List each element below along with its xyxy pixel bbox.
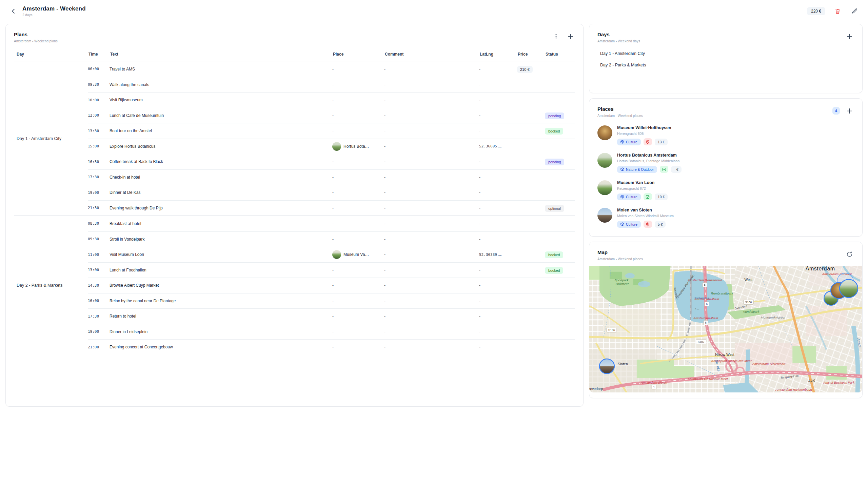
plan-row[interactable]: 19:00 Dinner in Leidseplein - - - [88,324,575,340]
plan-row[interactable]: 09:30 Walk along the canals - - - [88,77,575,93]
plan-cell-time: 17:30 [88,314,110,319]
place-item[interactable]: Molen van Sloten Molen van Sloten Windmi… [597,204,854,231]
day-list-item[interactable]: Day 2 - Parks & Markets [593,59,858,71]
plan-cell-text: Stroll in Vondelpark [110,237,332,242]
days-title: Days [597,32,640,37]
plan-cell-time: 08:30 [88,221,110,226]
plan-cell-text: Coffee break at Back to Black [110,159,332,164]
place-item[interactable]: Museum Van Loon Keizersgracht 672 Cultur… [597,177,854,204]
map-label: 5 m [695,308,699,311]
plan-row[interactable]: 12:00 Lunch at Café de Museumtuin - - - … [88,108,575,123]
plan-cell-comment: - [384,98,479,102]
plan-cell-latlng: - [479,175,517,180]
map-label: Nieuw-West [715,353,734,357]
plan-row[interactable]: 06:00 Travel to AMS - - - 210 € [88,61,575,77]
map-label: Amsterdam-West [693,316,718,320]
plan-cell-time: 11:00 [88,252,110,257]
plan-cell-text: Check-in at hotel [110,175,332,180]
plan-row[interactable]: 15:00 Explore Hortus Botanicus Hortus Bo… [88,139,575,154]
plan-row[interactable]: 21:30 Evening walk through De Pijp - - -… [88,200,575,216]
plan-row[interactable]: 16:30 Coffee break at Back to Black - - … [88,154,575,169]
map-marker-molen[interactable] [599,359,614,374]
plan-row[interactable]: 11:00 Visit Museum Loon Museum Va… - 52.… [88,247,575,262]
plan-cell-comment: - [384,345,479,349]
plans-add-button[interactable] [566,32,575,41]
plans-table-body: Day 1 - Amsterdam City 06:00 Travel to A… [14,61,575,355]
places-add-button[interactable] [845,106,854,116]
plan-cell-status: optional [545,205,575,211]
place-item[interactable]: Museum Willet-Holthuysen Herengracht 605… [597,122,854,149]
place-price-badge: 13 € [655,139,668,145]
days-panel: Days Amsterdam - Weekend days Day 1 - Am… [589,24,863,93]
plan-cell-latlng: - [479,268,517,272]
kebab-menu-icon [553,34,559,39]
plan-cell-text: Explore Hortus Botanicus [110,144,332,149]
plan-cell-time: 14:30 [88,283,110,288]
plan-cell-latlng: - [479,237,517,242]
column-header-price: Price [518,52,546,57]
plan-cell-status: booked [545,128,575,134]
plan-cell-latlng: - [479,314,517,319]
map-refresh-button[interactable] [845,249,854,259]
back-button[interactable] [9,6,18,16]
plan-row[interactable]: 21:00 Evening concert at Concertgebouw -… [88,339,575,355]
plan-row[interactable]: 14:30 Browse Albert Cuyp Market - - - [88,278,575,293]
plan-cell-time: 21:30 [88,206,110,210]
edit-button[interactable] [850,6,859,16]
day-list-item[interactable]: Day 1 - Amsterdam City [593,48,858,59]
place-name: Molen van Sloten [617,208,674,212]
plan-cell-place: - [332,314,384,319]
plans-menu-button[interactable] [551,32,561,41]
svg-text:S106: S106 [608,328,615,332]
place-category-label: Nature & Outdoor [626,167,654,171]
plan-row[interactable]: 13:00 Lunch at Foodhallen - - - booked [88,262,575,278]
place-photo [597,208,612,223]
trash-icon [834,8,841,15]
plan-day-label: Day 1 - Amsterdam City [14,61,88,216]
plan-cell-comment: - [384,329,479,334]
plan-row[interactable]: 16:00 Relax by the canal near De Plantag… [88,293,575,309]
place-address: Hortus Botanicus, Plantage Middenlaan [617,159,682,163]
place-category-badge: Nature & Outdoor [617,166,657,173]
map-label: Amsterdam-West [694,297,719,301]
map-label: Amsterdam-Rivierenbuurt [775,388,812,391]
map-title: Map [597,249,643,255]
map-label: Amsterdam Geuzenveld [687,278,722,282]
plan-cell-place: - [332,221,384,226]
plan-cell-comment: - [384,314,479,319]
map-label: Sportpark [614,278,629,282]
svg-text:S106: S106 [745,301,752,304]
place-item[interactable]: Hortus Botanicus Amsterdam Hortus Botani… [597,149,854,177]
plus-icon [846,33,853,40]
map-panel: Map Amsterdam - Weekend places [589,242,863,398]
plan-cell-comment: - [384,252,479,257]
plan-row[interactable]: 13:30 Boat tour on the Amstel - - - book… [88,123,575,139]
place-marker-badge [644,193,652,200]
plan-cell-text: Lunch at Café de Museumtuin [110,113,332,118]
plan-row[interactable]: 17:30 Return to hotel - - - [88,308,575,324]
map-road-shield: 5 [703,283,707,287]
map-road-shield: 6 [705,302,709,306]
status-badge: optional [545,205,564,212]
plus-icon [567,33,574,40]
plan-cell-place: - [332,98,384,102]
plan-cell-latlng: - [479,113,517,118]
days-add-button[interactable] [845,32,854,41]
plan-cell-comment: - [384,190,479,195]
status-badge: booked [545,128,563,135]
map-canvas[interactable]: S106S107S1065661 SportparkOokmeerSloterp… [589,266,862,392]
plan-row[interactable]: 19:00 Dinner at De Kas - - - [88,185,575,200]
plan-cell-place: - [332,113,384,118]
plan-cell-time: 16:00 [88,299,110,303]
status-badge: booked [545,267,563,274]
plan-row[interactable]: 10:00 Visit Rijksmuseum - - - [88,92,575,108]
plan-row[interactable]: 09:30 Stroll in Vondelpark - - - [88,231,575,247]
plan-cell-time: 15:00 [88,144,110,148]
plan-row[interactable]: 17:30 Check-in at hotel - - - [88,169,575,185]
map-marker-hortus[interactable] [840,280,858,298]
delete-button[interactable] [833,6,842,16]
plan-cell-comment: - [384,67,479,72]
plan-row[interactable]: 08:30 Breakfast at hotel - - - [88,216,575,231]
plan-cell-comment: - [384,299,479,303]
plan-cell-place: - [332,345,384,349]
